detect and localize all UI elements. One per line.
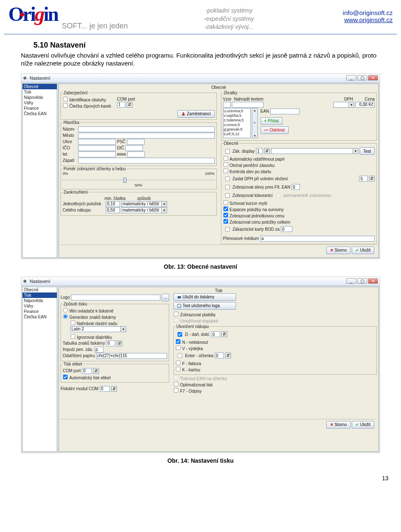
cb-schovatkurzor[interactable]: Schovat kurzor myši <box>223 200 375 206</box>
cb-v[interactable]: V - výdejka <box>175 345 375 351</box>
spin-icon[interactable]: ⇵ <box>93 368 99 374</box>
spin-icon[interactable]: ⇵ <box>369 176 375 182</box>
charset-select[interactable]: ▾ <box>70 326 126 332</box>
zakdisplay-input[interactable] <box>256 148 263 154</box>
test-loga-button[interactable]: Test uloženého loga <box>173 302 236 310</box>
cb-opt-tisk[interactable]: Optimalizovat tisk <box>173 381 377 388</box>
com-port-input[interactable] <box>117 102 125 108</box>
dph-select[interactable]: ▾ <box>333 102 354 108</box>
impulz-input[interactable] <box>94 347 104 353</box>
sidebar-item-tisk[interactable]: Tisk <box>23 89 57 95</box>
cb-ignorovat[interactable]: Ignorovat diakritiku <box>70 334 167 340</box>
dic-input[interactable] <box>125 145 143 151</box>
dph-vlozeni-input[interactable] <box>359 176 368 182</box>
cb-cenacelkem[interactable]: Zobrazovat cenu položky celkem <box>223 219 375 225</box>
ulozit-tisk-button[interactable]: Uložit do tiskárny <box>173 293 236 301</box>
pridat-button[interactable]: + Přidat <box>261 117 283 125</box>
cb-identifikace[interactable]: Identifikace obsluhy <box>63 96 111 103</box>
logo-input[interactable] <box>71 295 160 300</box>
jednot-mode-select[interactable]: ▾ <box>121 201 167 207</box>
www-input[interactable] <box>127 151 145 157</box>
sidebar-item-finance[interactable]: Finance <box>23 106 57 111</box>
odstrih-input[interactable] <box>96 353 167 359</box>
ulozit-button[interactable]: ✓ Uložit <box>352 421 374 429</box>
nazev-input[interactable] <box>78 126 215 132</box>
sidebar-item-finance[interactable]: Finance <box>23 309 57 314</box>
sidebar-item-ean[interactable]: Čtečka EAN <box>23 314 57 320</box>
psc-input[interactable] <box>127 139 145 145</box>
sidebar-item-ean[interactable]: Čtečka EAN <box>23 111 57 116</box>
spin-icon[interactable]: ⇵ <box>117 340 122 346</box>
close-button[interactable]: ✕ <box>368 278 378 284</box>
min-button[interactable]: _ <box>346 75 356 81</box>
fiskalni-com-input[interactable] <box>100 386 110 392</box>
slevy-ean-input[interactable] <box>292 184 300 190</box>
vzor-input[interactable] <box>223 102 231 108</box>
logo-browse-button[interactable]: ... <box>162 294 169 301</box>
test-button[interactable]: Test <box>360 147 375 155</box>
sidebar-item-napoveda[interactable]: Nápověda <box>23 298 57 303</box>
tabulka-input[interactable] <box>106 340 115 346</box>
window-title: Nastavení <box>30 279 51 284</box>
cb-f7-odpisy[interactable]: F7 - Odpisy <box>173 388 377 394</box>
jednot-min-input[interactable] <box>106 201 120 207</box>
cb-autoetiket[interactable]: Automatický tisk etiket <box>63 374 167 381</box>
tel-input[interactable] <box>78 151 116 157</box>
cb-zasuvka[interactable]: Otvírat peněžní zásuvku <box>223 162 375 168</box>
sidebar-item-tisk[interactable]: Tisk <box>23 292 57 298</box>
cb-jednotkova[interactable]: Zobrazovat jednotkovou cenu <box>223 212 375 219</box>
cb-zobr-platidla[interactable]: Zobrazovat platidla <box>173 311 377 318</box>
cb-f[interactable]: F - faktura <box>175 360 375 366</box>
storno-button[interactable]: ✕ Storno <box>326 247 350 254</box>
cb-expanze[interactable]: Expanze položky na suroviny <box>223 206 375 212</box>
display-select[interactable]: ▾ <box>271 148 358 154</box>
storno-button[interactable]: ✕ Storno <box>326 421 350 429</box>
ico-input[interactable] <box>78 145 116 151</box>
cb-nahravat[interactable]: Nahrávat vlastní sadu <box>70 320 167 326</box>
ean-input[interactable] <box>270 108 299 114</box>
cb-autopapir[interactable]: Automaticky odstřihnout papír <box>223 156 375 162</box>
cb-ctecka[interactable]: Čtečka čipových karek <box>63 103 111 109</box>
sidebar-item-obecne[interactable]: Obecné <box>23 84 57 89</box>
cb-n[interactable]: N - netisknout <box>175 339 375 345</box>
shortcut-list[interactable]: u;uzenina;5 v;vajíčka;5 z;zelenina;5 o;o… <box>223 108 251 138</box>
etiket-com-input[interactable] <box>82 368 92 374</box>
cena-input[interactable] <box>355 102 375 108</box>
contact-email: info@originsoft.cz <box>330 9 393 16</box>
odebrat-button[interactable]: — Odebrat <box>261 126 289 134</box>
group-tisk-etiket: Tisk etiket COM port ⇵ Automatický tisk … <box>61 362 169 383</box>
max-button[interactable]: ▢ <box>357 75 367 81</box>
rb-win[interactable]: Win ovladače k tiskárně <box>63 308 167 314</box>
cb-kontrolaslev[interactable]: Kontrola slev po startu <box>223 168 375 174</box>
spin-icon[interactable]: ⇵ <box>221 331 227 337</box>
nahradit-input[interactable] <box>232 102 264 108</box>
enter-val-input[interactable] <box>215 353 224 358</box>
close-button[interactable]: ✕ <box>368 75 378 81</box>
zapati-input[interactable] <box>78 158 215 164</box>
ulice-input[interactable] <box>78 139 116 145</box>
sidebar-item-obecne[interactable]: Obecné <box>23 287 57 292</box>
zamestnanci-button[interactable]: Zaměstnanci <box>178 110 214 118</box>
scrollbar[interactable]: ▴≡▾ <box>252 108 258 138</box>
sidebar-item-vahy[interactable]: Váhy <box>23 303 57 309</box>
ulozit-button[interactable]: ✓ Uložit <box>352 247 374 254</box>
max-button[interactable]: ▢ <box>357 278 367 284</box>
contact-web[interactable]: www.originsoft.cz <box>344 16 393 23</box>
cb-k[interactable]: K - kartou <box>175 366 375 373</box>
sidebar-item-napoveda[interactable]: Nápověda <box>23 95 57 100</box>
medium-input[interactable] <box>260 236 375 242</box>
spin-icon[interactable]: ⇵ <box>127 102 132 108</box>
ratio-slider[interactable] <box>63 176 215 183</box>
header-slogans: -pokladní systémy -expediční systémy -za… <box>128 4 330 31</box>
min-button[interactable]: _ <box>346 278 356 284</box>
spin-icon[interactable]: ⇵ <box>225 353 231 358</box>
sidebar-item-vahy[interactable]: Váhy <box>23 100 57 106</box>
spin-icon[interactable]: ⇵ <box>111 386 117 392</box>
rb-gen[interactable]: Generátor znaků tiskárny <box>63 314 167 320</box>
bod-input[interactable] <box>281 226 292 232</box>
mesto-input[interactable] <box>78 133 215 139</box>
d-val-input[interactable] <box>211 331 220 337</box>
spin-icon[interactable]: ⇵ <box>264 148 270 154</box>
celeho-min-input[interactable] <box>106 207 120 213</box>
celeho-mode-select[interactable]: ▾ <box>121 207 167 213</box>
